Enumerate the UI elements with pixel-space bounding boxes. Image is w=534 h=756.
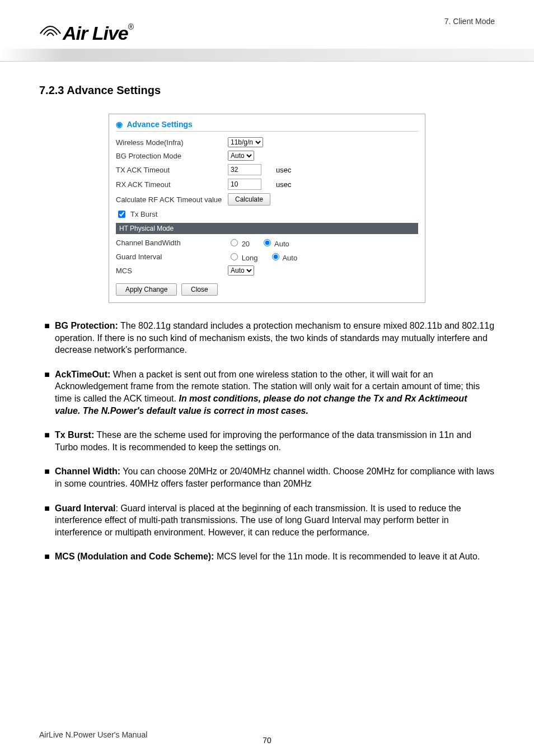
wireless-mode-label: Wireless Mode(Infra): [116, 138, 228, 147]
bullet-icon: ■: [39, 320, 55, 356]
mcs-body: MCS level for the 11n mode. It is recomm…: [214, 552, 480, 561]
calc-rf-label: Calculate RF ACK Timeout value: [116, 195, 228, 204]
channel-width-body: You can choose 20MHz or 20/40MHz channel…: [55, 466, 494, 488]
advance-settings-panel: ◉ Advance Settings Wireless Mode(Infra) …: [109, 114, 425, 303]
panel-title: ◉ Advance Settings: [116, 120, 418, 132]
section-heading: 7.2.3 Advance Settings: [39, 84, 495, 97]
channel-bw-auto-text: Auto: [274, 240, 289, 248]
guard-interval-title: Guard Interval: [55, 503, 115, 513]
tx-ack-input[interactable]: [228, 164, 261, 175]
channel-bw-auto-radio[interactable]: [264, 239, 271, 246]
bg-protection-title: BG Protection:: [55, 321, 118, 330]
channel-width-paragraph: Channel Width: You can choose 20MHz or 2…: [55, 465, 495, 489]
close-button[interactable]: Close: [181, 283, 218, 296]
guard-auto-radio[interactable]: [272, 253, 279, 260]
bullet-icon: ■: [39, 465, 55, 489]
rx-ack-input[interactable]: [228, 179, 261, 190]
logo-text: Air Live: [63, 22, 128, 44]
registered-mark: ®: [128, 22, 134, 31]
page-number: 70: [263, 736, 271, 745]
chapter-label: 7. Client Mode: [444, 17, 495, 26]
channel-bw-20-text: 20: [242, 240, 250, 248]
rx-ack-label: RX ACK Timeout: [116, 180, 228, 189]
tx-ack-unit: usec: [276, 166, 291, 174]
txburst-title: Tx Burst:: [55, 430, 94, 440]
channel-width-title: Channel Width:: [55, 466, 120, 476]
header-banner: [0, 49, 534, 62]
tx-burst-checkbox[interactable]: [118, 211, 125, 218]
guard-interval-paragraph: Guard Interval: Guard interval is placed…: [55, 502, 495, 539]
panel-title-text: Advance Settings: [127, 120, 192, 129]
acktimeout-paragraph: AckTimeOut: When a packet is sent out fr…: [55, 368, 495, 417]
bullet-icon: ■: [39, 429, 55, 453]
footer-manual-name: AirLive N.Power User's Manual: [39, 730, 147, 739]
acktimeout-title: AckTimeOut:: [55, 370, 110, 379]
mcs-select[interactable]: Auto: [228, 265, 254, 276]
bullet-icon: ■: [39, 550, 55, 563]
tx-ack-label: TX ACK Timeout: [116, 166, 228, 174]
channel-bandwidth-label: Channel BandWidth: [116, 239, 228, 247]
brand-logo: Air Live®: [39, 22, 495, 44]
bullet-icon: ■: [39, 368, 55, 417]
bg-protection-select[interactable]: Auto: [228, 151, 254, 161]
apply-change-button[interactable]: Apply Change: [116, 283, 177, 296]
rx-ack-unit: usec: [276, 180, 291, 189]
wifi-arc-icon: [39, 22, 62, 41]
tx-burst-label: Tx Burst: [130, 210, 157, 218]
guard-interval-label: Guard Interval: [116, 253, 228, 261]
wireless-mode-select[interactable]: 11b/g/n: [228, 137, 263, 147]
channel-bw-20-radio[interactable]: [231, 239, 238, 246]
guard-long-radio[interactable]: [231, 253, 238, 260]
bg-protection-paragraph: BG Protection: The 802.11g standard incl…: [55, 320, 495, 356]
bg-protection-body: The 802.11g standard includes a protecti…: [55, 321, 494, 354]
guard-auto-text: Auto: [282, 254, 297, 262]
mcs-title: MCS (Modulation and Code Scheme):: [55, 552, 214, 561]
txburst-body: These are the scheme used for improving …: [55, 430, 471, 452]
bg-protection-label: BG Protection Mode: [116, 152, 228, 160]
calculate-button[interactable]: Calculate: [228, 193, 270, 206]
txburst-paragraph: Tx Burst: These are the scheme used for …: [55, 429, 495, 453]
ht-physical-mode-header: HT Physical Mode: [116, 223, 418, 234]
mcs-label: MCS: [116, 267, 228, 275]
bullet-icon: ■: [39, 502, 55, 539]
guard-long-text: Long: [242, 254, 258, 262]
mcs-paragraph: MCS (Modulation and Code Scheme): MCS le…: [55, 550, 495, 563]
guard-interval-body: : Guard interval is placed at the beginn…: [55, 503, 461, 537]
gear-icon: ◉: [116, 120, 123, 129]
